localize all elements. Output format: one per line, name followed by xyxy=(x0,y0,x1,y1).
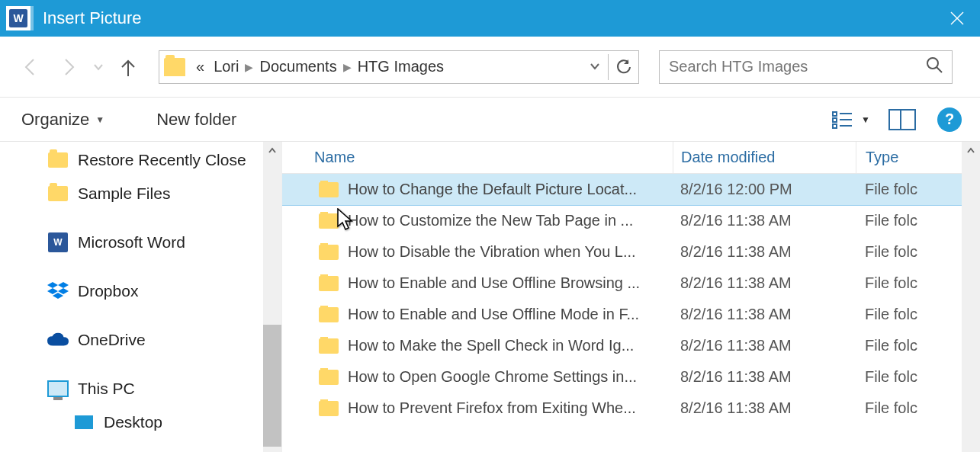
svg-rect-7 xyxy=(833,118,837,122)
breadcrumb-prefix[interactable]: « xyxy=(191,58,209,75)
file-row[interactable]: How to Make the Spell Check in Word Ig..… xyxy=(282,330,980,361)
address-bar[interactable]: « Lori ▶ Documents ▶ HTG Images xyxy=(159,50,639,84)
sidebar-item[interactable]: This PC xyxy=(0,372,281,406)
word-app-icon: W xyxy=(6,6,31,30)
folder-icon xyxy=(319,338,339,354)
folder-icon xyxy=(319,182,339,197)
svg-rect-5 xyxy=(833,112,837,116)
file-name: How to Enable and Use Offline Browsing .… xyxy=(348,274,640,292)
preview-pane-button[interactable] xyxy=(888,109,916,130)
navigation-bar: « Lori ▶ Documents ▶ HTG Images xyxy=(0,37,980,98)
sidebar-item[interactable]: Restore Recently Close xyxy=(0,143,281,177)
close-button[interactable] xyxy=(934,0,980,37)
folder-icon xyxy=(319,370,339,385)
help-button[interactable]: ? xyxy=(937,107,962,132)
refresh-button[interactable] xyxy=(608,54,634,80)
file-row[interactable]: How to Change the Default Picture Locat.… xyxy=(282,174,980,205)
file-name: How to Make the Spell Check in Word Ig..… xyxy=(348,337,634,354)
sidebar-item-label: Sample Files xyxy=(78,184,170,203)
file-row[interactable]: How to Prevent Firefox from Exiting Whe.… xyxy=(282,393,980,424)
file-row[interactable]: How to Open Google Chrome Settings in...… xyxy=(282,361,980,393)
search-box[interactable] xyxy=(659,50,953,84)
sidebar-scrollbar[interactable] xyxy=(263,142,281,452)
file-name: How to Disable the Vibration when You L.… xyxy=(348,243,636,261)
window-title: Insert Picture xyxy=(43,8,934,28)
folder-icon xyxy=(319,276,339,291)
toolbar: Organize ▼ New folder ▼ ? xyxy=(0,98,980,142)
file-date: 8/2/16 12:00 PM xyxy=(673,181,856,198)
sidebar-item[interactable]: Sample Files xyxy=(0,177,281,210)
folder-icon xyxy=(319,213,339,229)
sidebar-item-label: Dropbox xyxy=(78,282,138,300)
sidebar-item-label: This PC xyxy=(78,380,135,398)
sidebar-item[interactable]: WMicrosoft Word xyxy=(0,226,281,259)
file-date: 8/2/16 11:38 AM xyxy=(673,212,856,229)
column-date[interactable]: Date modified xyxy=(673,142,856,173)
back-button[interactable] xyxy=(14,50,47,84)
search-input[interactable] xyxy=(669,58,926,75)
scroll-up-icon[interactable] xyxy=(263,142,281,160)
svg-rect-9 xyxy=(833,124,837,128)
file-row[interactable]: How to Enable and Use Offline Browsing .… xyxy=(282,268,980,299)
file-name: How to Customize the New Tab Page in ... xyxy=(348,212,633,229)
svg-line-4 xyxy=(937,67,942,72)
sidebar-item[interactable]: Dropbox xyxy=(0,274,281,308)
column-headers: Name Date modified Type xyxy=(282,142,980,174)
file-row[interactable]: How to Disable the Vibration when You L.… xyxy=(282,236,980,268)
file-date: 8/2/16 11:38 AM xyxy=(673,274,856,292)
caret-down-icon: ▼ xyxy=(95,114,104,125)
title-bar: W Insert Picture xyxy=(0,0,980,37)
file-row[interactable]: How to Enable and Use Offline Mode in F.… xyxy=(282,299,980,330)
file-list: ⌃ Name Date modified Type How to Change … xyxy=(282,142,980,452)
organize-label: Organize xyxy=(21,110,89,130)
folder-icon xyxy=(319,245,339,260)
view-mode-button[interactable]: ▼ xyxy=(832,111,870,129)
breadcrumb-seg-documents[interactable]: Documents xyxy=(255,58,341,75)
file-date: 8/2/16 11:38 AM xyxy=(673,243,856,261)
folder-icon xyxy=(319,401,339,416)
file-name: How to Open Google Chrome Settings in... xyxy=(348,368,637,386)
file-date: 8/2/16 11:38 AM xyxy=(673,368,856,386)
sidebar-item-label: OneDrive xyxy=(78,331,146,349)
breadcrumb-seg-lori[interactable]: Lori xyxy=(209,58,243,75)
address-dropdown[interactable] xyxy=(585,58,605,75)
chevron-right-icon[interactable]: ▶ xyxy=(342,61,353,73)
filelist-scrollbar[interactable] xyxy=(962,142,980,452)
file-name: How to Prevent Firefox from Exiting Whe.… xyxy=(348,399,636,417)
scroll-up-icon[interactable] xyxy=(962,142,980,160)
organize-menu[interactable]: Organize ▼ xyxy=(18,105,108,134)
folder-icon xyxy=(164,58,185,76)
up-button[interactable] xyxy=(111,50,145,84)
file-row[interactable]: How to Customize the New Tab Page in ...… xyxy=(282,205,980,236)
recent-dropdown[interactable] xyxy=(90,50,107,84)
search-icon[interactable] xyxy=(926,56,943,77)
sidebar-item-label: Desktop xyxy=(104,413,162,431)
navigation-pane: Restore Recently CloseSample FilesWMicro… xyxy=(0,142,282,452)
file-name: How to Change the Default Picture Locat.… xyxy=(348,181,637,198)
new-folder-button[interactable]: New folder xyxy=(153,105,239,134)
new-folder-label: New folder xyxy=(156,110,236,130)
file-name: How to Enable and Use Offline Mode in F.… xyxy=(348,306,639,323)
sidebar-item-label: Restore Recently Close xyxy=(78,151,246,169)
scroll-thumb[interactable] xyxy=(263,325,281,447)
file-date: 8/2/16 11:38 AM xyxy=(673,399,856,417)
breadcrumb-seg-htg[interactable]: HTG Images xyxy=(353,58,448,75)
file-date: 8/2/16 11:38 AM xyxy=(673,337,856,354)
column-name[interactable]: Name xyxy=(282,149,673,166)
sidebar-item[interactable]: Desktop xyxy=(0,406,281,439)
folder-icon xyxy=(319,307,339,322)
sidebar-item-label: Microsoft Word xyxy=(78,233,185,252)
file-date: 8/2/16 11:38 AM xyxy=(673,306,856,323)
chevron-right-icon[interactable]: ▶ xyxy=(243,61,255,73)
sidebar-item[interactable]: OneDrive xyxy=(0,323,281,357)
forward-button[interactable] xyxy=(52,50,85,84)
svg-point-3 xyxy=(927,58,938,69)
caret-down-icon: ▼ xyxy=(861,114,870,125)
